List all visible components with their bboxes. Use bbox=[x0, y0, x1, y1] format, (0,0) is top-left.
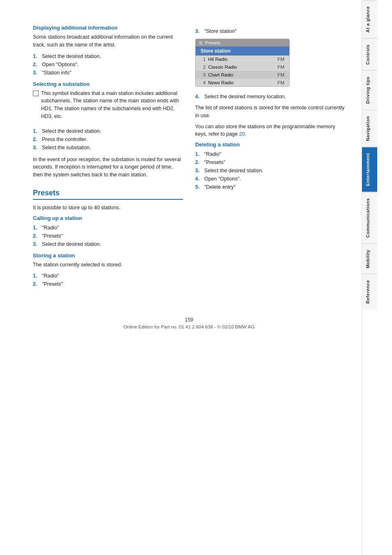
steps-substation: 1. Select the desired station. 2. Press … bbox=[33, 127, 183, 152]
steps-calling-up: 1. "Radio" 2. "Presets" 3. Select the de… bbox=[33, 224, 183, 248]
heading-storing: Storing a station bbox=[33, 252, 183, 259]
sidebar-tab-driving-tips[interactable]: Driving tips bbox=[362, 70, 377, 110]
para-remote-control: The list of stored stations is stored fo… bbox=[195, 104, 345, 120]
section-calling-up: Calling up a station 1. "Radio" 2. "Pres… bbox=[33, 215, 183, 248]
step-num: 5. bbox=[195, 183, 202, 191]
step-item: 1. "Radio" bbox=[33, 272, 183, 280]
step-num: 1. bbox=[33, 127, 39, 135]
sidebar-tab-mobility[interactable]: Mobility bbox=[362, 243, 377, 274]
para-prog-keys-start: You can also store the stations on the p… bbox=[195, 124, 335, 137]
section-display-info: Displaying additional information Some s… bbox=[33, 25, 183, 77]
step-item: 2. "Presets" bbox=[33, 280, 183, 288]
screenshot-store-station-label: Store station bbox=[201, 48, 231, 54]
screenshot-rows: 1 Hit Radio FM 2 Classic Radio FM 3 Char… bbox=[196, 56, 289, 86]
section-substation: Selecting a substation This symbol indic… bbox=[33, 81, 183, 179]
step-text: Select the desired station. bbox=[42, 52, 101, 60]
row-num: 4 bbox=[203, 80, 205, 85]
step-text: "Station info" bbox=[42, 69, 71, 77]
row-type: FM bbox=[277, 80, 284, 85]
step-num: 1. bbox=[33, 52, 39, 60]
row-num: 3 bbox=[203, 72, 205, 77]
page-number: 159 bbox=[33, 317, 345, 323]
sidebar-tab-controls[interactable]: Controls bbox=[362, 38, 377, 70]
step-item: 1. Select the desired station. bbox=[33, 52, 183, 60]
step-num: 2. bbox=[33, 135, 39, 143]
step-num: 2. bbox=[33, 280, 39, 288]
step-item: 3. Select the substation. bbox=[33, 143, 183, 152]
step-num: 3. bbox=[195, 27, 202, 35]
screenshot-row-2: 2 Classic Radio FM bbox=[196, 63, 289, 71]
sidebar-tab-communications[interactable]: Communications bbox=[362, 192, 377, 243]
right-column: 3. "Store station" ☰ Presets Store stati… bbox=[195, 25, 345, 292]
step-text: Select the desired station. bbox=[42, 240, 101, 248]
step-text: "Radio" bbox=[42, 272, 59, 280]
section-deleting: Deleting a station 1. "Radio" 2. "Preset… bbox=[195, 141, 345, 191]
row-label: News Radio bbox=[208, 80, 277, 85]
heading-calling-up: Calling up a station bbox=[33, 215, 183, 221]
left-column: Displaying additional information Some s… bbox=[33, 25, 183, 292]
step-num: 4. bbox=[195, 92, 202, 101]
step-num: 2. bbox=[33, 232, 39, 240]
step-text: Select the substation. bbox=[42, 143, 91, 152]
step-item: 2. Open "Options". bbox=[33, 60, 183, 69]
heading-substation: Selecting a substation bbox=[33, 81, 183, 87]
step-text: "Presets" bbox=[42, 232, 63, 240]
steps-select-memory: 4. Select the desired memory location. bbox=[195, 92, 345, 101]
presets-icon: ☰ bbox=[199, 41, 203, 45]
row-type: FM bbox=[277, 72, 284, 77]
screenshot-title: Presets bbox=[205, 40, 220, 45]
screenshot-title-bar: ☰ Presets bbox=[196, 39, 289, 46]
substation-note: In the event of poor reception, the subs… bbox=[33, 156, 183, 179]
step-num: 1. bbox=[33, 272, 39, 280]
screenshot-highlighted-row[interactable]: Store station bbox=[196, 46, 289, 56]
step-text: Select the desired station. bbox=[42, 127, 101, 135]
screenshot-row-3: 3 Chart Radio FM bbox=[196, 71, 289, 79]
row-type: FM bbox=[277, 65, 284, 69]
step-num: 4. bbox=[195, 175, 202, 183]
step-item: 2. Press the controller. bbox=[33, 135, 183, 143]
step-num: 3. bbox=[33, 240, 39, 248]
step-item: 5. "Delete entry" bbox=[195, 183, 345, 191]
two-col-layout: Displaying additional information Some s… bbox=[33, 25, 345, 292]
screenshot-row-4: 4 News Radio FM bbox=[196, 79, 289, 86]
step-num: 3. bbox=[33, 69, 39, 77]
step-item: 3. "Station info" bbox=[33, 69, 183, 77]
storing-intro: The station currently selected is stored… bbox=[33, 261, 183, 269]
heading-display-info: Displaying additional information bbox=[33, 25, 183, 31]
step-item: 4. Select the desired memory location. bbox=[195, 92, 345, 101]
section-storing: Storing a station The station currently … bbox=[33, 252, 183, 289]
step-text: Open "Options". bbox=[42, 60, 78, 69]
heading-deleting: Deleting a station bbox=[195, 141, 345, 148]
sidebar-tab-navigation[interactable]: Navigation bbox=[362, 110, 377, 147]
copyright-text: Online Edition for Part no. 01 41 2 604 … bbox=[33, 324, 345, 329]
step-text: Open "Options". bbox=[204, 175, 241, 183]
symbol-text: This symbol indicates that a main statio… bbox=[41, 90, 183, 120]
presets-main-heading: Presets bbox=[33, 189, 183, 200]
row-num: 1 bbox=[203, 57, 205, 62]
steps-deleting: 1. "Radio" 2. "Presets" 3. Select the de… bbox=[195, 150, 345, 191]
sidebar-tab-at-a-glance[interactable]: At a glance bbox=[362, 0, 377, 38]
para-prog-keys-end: . bbox=[245, 131, 246, 137]
row-label: Hit Radio bbox=[208, 57, 277, 62]
sidebar: At a glance Controls Driving tips Naviga… bbox=[362, 0, 377, 555]
sidebar-tab-reference[interactable]: Reference bbox=[362, 274, 377, 310]
steps-store-station-header: 3. "Store station" bbox=[195, 27, 345, 35]
body-display-info: Some stations broadcast additional infor… bbox=[33, 33, 183, 49]
step-item: 3. Select the desired station. bbox=[195, 166, 345, 175]
step-item: 3. Select the desired station. bbox=[33, 240, 183, 248]
step-text: "Store station" bbox=[204, 27, 237, 35]
main-content: Displaying additional information Some s… bbox=[0, 0, 362, 555]
step-text: "Delete entry" bbox=[204, 183, 235, 191]
step-num: 1. bbox=[195, 150, 202, 158]
step-text: "Presets" bbox=[42, 280, 63, 288]
para-prog-keys-link[interactable]: 20 bbox=[239, 131, 245, 137]
step-text: "Presets" bbox=[204, 158, 225, 166]
presets-screenshot: ☰ Presets Store station 1 Hit Radio FM bbox=[195, 39, 290, 87]
row-label: Chart Radio bbox=[208, 72, 277, 77]
step-num: 1. bbox=[33, 224, 39, 232]
step-num: 3. bbox=[195, 166, 202, 175]
steps-display-info: 1. Select the desired station. 2. Open "… bbox=[33, 52, 183, 77]
sidebar-tab-entertainment[interactable]: Entertainment bbox=[362, 147, 377, 192]
step-num: 2. bbox=[33, 60, 39, 69]
presets-intro: It is possible to store up to 40 station… bbox=[33, 204, 183, 212]
